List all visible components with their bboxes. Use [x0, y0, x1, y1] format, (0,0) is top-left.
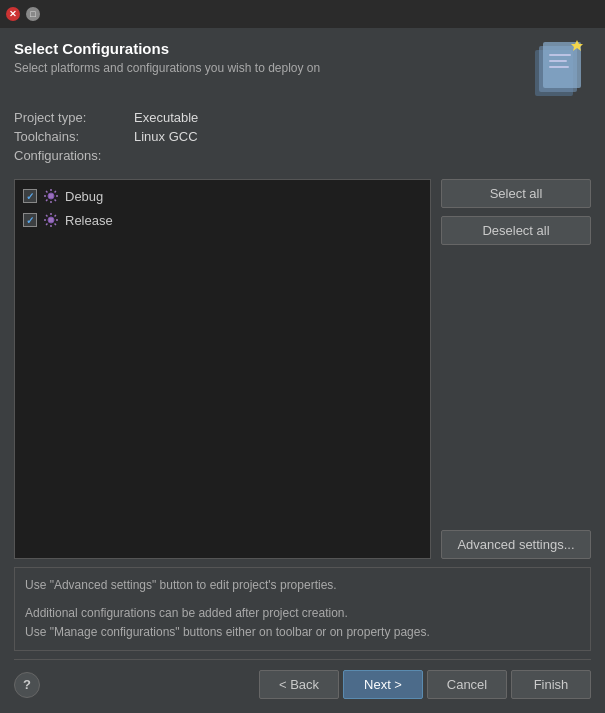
page-title: Select Configurations [14, 40, 320, 57]
config-checkbox-debug[interactable] [23, 189, 37, 203]
svg-rect-3 [549, 54, 571, 56]
header-left: Select Configurations Select platforms a… [14, 40, 320, 75]
toolchains-label: Toolchains: [14, 129, 134, 144]
toolchains-value: Linux GCC [134, 129, 198, 144]
svg-rect-4 [549, 60, 567, 62]
header: Select Configurations Select platforms a… [14, 40, 591, 100]
project-type-value: Executable [134, 110, 198, 125]
config-item-release[interactable]: Release [19, 208, 426, 232]
deploy-icon [527, 36, 591, 100]
minimize-button[interactable]: □ [26, 7, 40, 21]
svg-rect-5 [549, 66, 569, 68]
config-icon-debug [43, 188, 59, 204]
help-button[interactable]: ? [14, 672, 40, 698]
main-content: Select Configurations Select platforms a… [0, 28, 605, 713]
next-button[interactable]: Next > [343, 670, 423, 699]
config-area: DebugRelease Select all Deselect all Adv… [14, 179, 591, 559]
project-type-row: Project type: Executable [14, 110, 591, 125]
title-bar: ✕ □ [0, 0, 605, 28]
select-all-button[interactable]: Select all [441, 179, 591, 208]
config-item-debug[interactable]: Debug [19, 184, 426, 208]
config-checkbox-release[interactable] [23, 213, 37, 227]
cancel-button[interactable]: Cancel [427, 670, 507, 699]
svg-point-7 [48, 193, 54, 199]
bottom-bar: ? < Back Next > Cancel Finish [14, 659, 591, 703]
info-line-4: Use "Manage configurations" buttons eith… [25, 623, 580, 642]
config-buttons: Select all Deselect all Advanced setting… [441, 179, 591, 559]
advanced-btn-wrap: Advanced settings... [441, 253, 591, 559]
info-line-3: Additional configurations can be added a… [25, 604, 580, 623]
configurations-label: Configurations: [14, 148, 591, 163]
finish-button[interactable]: Finish [511, 670, 591, 699]
deselect-all-button[interactable]: Deselect all [441, 216, 591, 245]
advanced-settings-button[interactable]: Advanced settings... [441, 530, 591, 559]
project-type-label: Project type: [14, 110, 134, 125]
close-button[interactable]: ✕ [6, 7, 20, 21]
info-line-1: Use "Advanced settings" button to edit p… [25, 576, 580, 595]
config-label-debug: Debug [65, 189, 103, 204]
config-list[interactable]: DebugRelease [14, 179, 431, 559]
info-box: Use "Advanced settings" button to edit p… [14, 567, 591, 651]
form-section: Project type: Executable Toolchains: Lin… [14, 110, 591, 169]
page-subtitle: Select platforms and configurations you … [14, 61, 320, 75]
config-icon-release [43, 212, 59, 228]
toolchains-row: Toolchains: Linux GCC [14, 129, 591, 144]
back-button[interactable]: < Back [259, 670, 339, 699]
svg-point-8 [48, 217, 54, 223]
config-label-release: Release [65, 213, 113, 228]
